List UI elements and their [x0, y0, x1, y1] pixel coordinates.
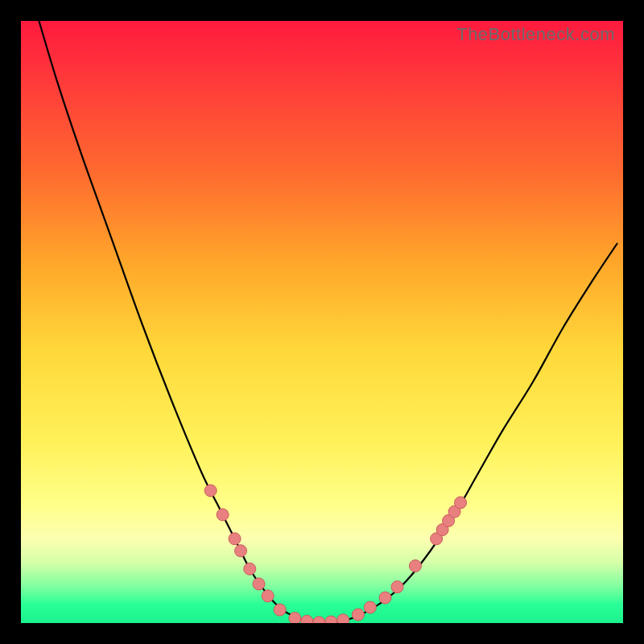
data-point [409, 559, 421, 572]
data-point [379, 592, 391, 604]
data-point [313, 617, 325, 623]
data-point [262, 590, 274, 602]
data-point [289, 613, 301, 623]
data-point [337, 614, 349, 623]
data-point [325, 616, 337, 623]
watermark-text: TheBottleneck.com [456, 24, 615, 45]
data-point [253, 578, 265, 590]
data-point [235, 545, 247, 557]
data-point [244, 563, 256, 575]
data-point [352, 609, 364, 621]
data-point [301, 615, 313, 623]
data-point [229, 533, 241, 545]
data-point [217, 509, 229, 521]
data-point [455, 497, 467, 509]
data-point [364, 601, 376, 613]
data-point [204, 485, 217, 497]
data-point [274, 604, 286, 616]
chart-svg [21, 21, 623, 623]
outer-frame: TheBottleneck.com [0, 0, 644, 644]
data-point [391, 581, 403, 593]
plot-area: TheBottleneck.com [21, 21, 623, 623]
bottleneck-curve [39, 21, 617, 623]
